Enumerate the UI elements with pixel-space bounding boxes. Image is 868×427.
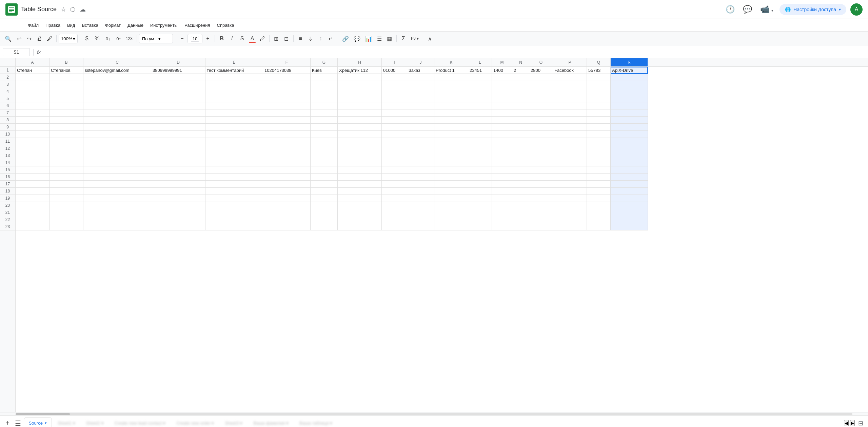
cell-F4[interactable]	[263, 88, 311, 95]
cell-I10[interactable]	[382, 131, 407, 138]
cell-E10[interactable]	[205, 131, 263, 138]
cell-M11[interactable]	[492, 138, 512, 145]
cell-A13[interactable]	[16, 152, 50, 159]
cell-A19[interactable]	[16, 195, 50, 202]
cell-E5[interactable]	[205, 95, 263, 102]
cell-L9[interactable]	[468, 124, 492, 131]
cell-Q15[interactable]	[587, 166, 611, 174]
cell-D5[interactable]	[151, 95, 205, 102]
cell-E6[interactable]	[205, 102, 263, 109]
cell-O10[interactable]	[529, 131, 553, 138]
cell-R21[interactable]	[611, 209, 648, 216]
cell-R4[interactable]	[611, 88, 648, 95]
sheets-menu-button[interactable]: ☰	[12, 418, 24, 427]
cell-C13[interactable]	[83, 152, 151, 159]
currency-button[interactable]: $	[82, 34, 92, 43]
cell-G11[interactable]	[311, 138, 338, 145]
cell-H3[interactable]	[338, 81, 382, 88]
cell-A18[interactable]	[16, 188, 50, 195]
cell-G21[interactable]	[311, 209, 338, 216]
cell-A5[interactable]	[16, 95, 50, 102]
cell-A17[interactable]	[16, 181, 50, 188]
cell-H4[interactable]	[338, 88, 382, 95]
cell-D19[interactable]	[151, 195, 205, 202]
cell-G2[interactable]	[311, 74, 338, 81]
cell-H10[interactable]	[338, 131, 382, 138]
cell-L19[interactable]	[468, 195, 492, 202]
cell-B22[interactable]	[50, 216, 83, 223]
cell-O7[interactable]	[529, 109, 553, 117]
cloud-icon[interactable]: ☁	[80, 6, 86, 13]
row-num-11[interactable]: 11	[0, 138, 15, 145]
scroll-thumb[interactable]	[16, 413, 70, 415]
align-down-button[interactable]: ⇓	[306, 34, 315, 43]
text-color-button[interactable]: A	[248, 34, 257, 43]
cell-A8[interactable]	[16, 117, 50, 124]
cell-K16[interactable]	[434, 174, 468, 181]
row-num-15[interactable]: 15	[0, 166, 15, 174]
cell-H9[interactable]	[338, 124, 382, 131]
cell-P17[interactable]	[553, 181, 587, 188]
cell-H6[interactable]	[338, 102, 382, 109]
cell-R18[interactable]	[611, 188, 648, 195]
cell-F15[interactable]	[263, 166, 311, 174]
cell-I3[interactable]	[382, 81, 407, 88]
cell-D18[interactable]	[151, 188, 205, 195]
cell-Q22[interactable]	[587, 216, 611, 223]
cell-H18[interactable]	[338, 188, 382, 195]
cell-D6[interactable]	[151, 102, 205, 109]
cell-F7[interactable]	[263, 109, 311, 117]
cell-C3[interactable]	[83, 81, 151, 88]
cell-Q2[interactable]	[587, 74, 611, 81]
cell-C10[interactable]	[83, 131, 151, 138]
cell-E4[interactable]	[205, 88, 263, 95]
cell-M1[interactable]: 1400	[492, 67, 512, 74]
cell-P9[interactable]	[553, 124, 587, 131]
row-num-2[interactable]: 2	[0, 74, 15, 81]
star-icon[interactable]: ☆	[61, 6, 66, 13]
cell-E16[interactable]	[205, 174, 263, 181]
cell-D4[interactable]	[151, 88, 205, 95]
collapse-toolbar-button[interactable]: ∧	[425, 34, 435, 43]
cell-J4[interactable]	[407, 88, 434, 95]
cell-I14[interactable]	[382, 159, 407, 166]
cell-H21[interactable]	[338, 209, 382, 216]
row-num-4[interactable]: 4	[0, 88, 15, 95]
cell-Q13[interactable]	[587, 152, 611, 159]
cell-H15[interactable]	[338, 166, 382, 174]
avatar[interactable]: A	[850, 3, 863, 16]
cell-E21[interactable]	[205, 209, 263, 216]
cell-N1[interactable]: 2	[512, 67, 529, 74]
prev-sheet-button[interactable]: ◀	[844, 420, 849, 426]
cell-A3[interactable]	[16, 81, 50, 88]
cell-G20[interactable]	[311, 202, 338, 209]
row-num-13[interactable]: 13	[0, 152, 15, 159]
cell-P14[interactable]	[553, 159, 587, 166]
cell-M16[interactable]	[492, 174, 512, 181]
col-header-C[interactable]: C	[83, 58, 151, 66]
cell-A4[interactable]	[16, 88, 50, 95]
cell-L18[interactable]	[468, 188, 492, 195]
sheet-tab-5[interactable]: Sheet3 ▾	[220, 417, 248, 427]
cell-K10[interactable]	[434, 131, 468, 138]
cell-K11[interactable]	[434, 138, 468, 145]
cell-D8[interactable]	[151, 117, 205, 124]
row-num-21[interactable]: 21	[0, 209, 15, 216]
cell-R15[interactable]	[611, 166, 648, 174]
cell-D9[interactable]	[151, 124, 205, 131]
cell-B21[interactable]	[50, 209, 83, 216]
cell-Q23[interactable]	[587, 223, 611, 230]
cell-H23[interactable]	[338, 223, 382, 230]
cell-O5[interactable]	[529, 95, 553, 102]
cell-R1[interactable]: ApiX-Drive	[611, 67, 648, 74]
cell-I20[interactable]	[382, 202, 407, 209]
cell-E7[interactable]	[205, 109, 263, 117]
cell-F21[interactable]	[263, 209, 311, 216]
cell-C8[interactable]	[83, 117, 151, 124]
cell-J6[interactable]	[407, 102, 434, 109]
cell-E13[interactable]	[205, 152, 263, 159]
cell-O6[interactable]	[529, 102, 553, 109]
cell-C15[interactable]	[83, 166, 151, 174]
cell-H14[interactable]	[338, 159, 382, 166]
cell-Q6[interactable]	[587, 102, 611, 109]
